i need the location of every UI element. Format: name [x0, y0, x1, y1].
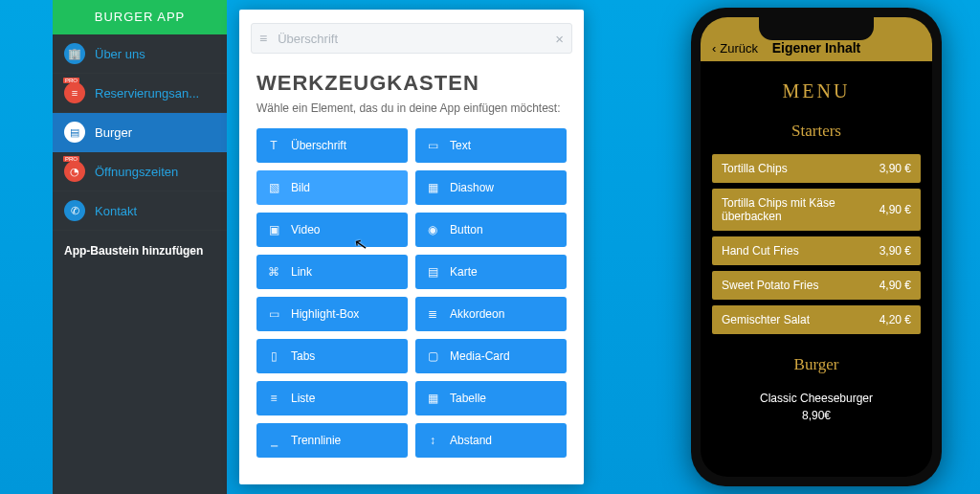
tool-label: Text: [450, 139, 471, 152]
link-tool-icon: ⌘: [266, 265, 281, 279]
list-icon: ≡: [64, 82, 85, 103]
pro-badge: PRO: [63, 78, 79, 83]
tool-label: Abstand: [450, 434, 492, 447]
tool-label: Video: [291, 223, 320, 236]
sidebar-item-label: Öffnungszeiten: [95, 165, 178, 179]
tool-label: Bild: [291, 181, 310, 194]
button-tool-icon: ◉: [425, 223, 440, 236]
tool-grid: TÜberschrift ▭Text ▧Bild ▦Diashow ▣Video…: [256, 128, 567, 458]
video-tool-icon: ▣: [266, 223, 281, 236]
menu-item-name: Tortilla Chips: [722, 162, 788, 175]
tool-label: Überschrift: [291, 139, 346, 152]
editor-panel: ≡ Überschrift × WERKZEUGKASTEN Wähle ein…: [239, 10, 584, 484]
tool-tabs[interactable]: ▯Tabs: [256, 339, 408, 373]
tool-image[interactable]: ▧Bild: [256, 170, 408, 205]
divider-tool-icon: ⎯: [266, 434, 281, 447]
tool-label: Akkordeon: [450, 307, 504, 321]
sidebar-item-label: Burger: [95, 125, 132, 140]
tool-heading[interactable]: TÜberschrift: [256, 128, 408, 163]
menu-section-heading: Starters: [712, 122, 921, 141]
highlight-tool-icon: ▭: [266, 307, 281, 321]
menu-item-name: Gemischter Salat: [722, 313, 810, 326]
tool-label: Karte: [450, 265, 478, 279]
tool-video[interactable]: ▣Video: [256, 213, 408, 247]
tool-label: Liste: [291, 392, 315, 405]
heading-tool-icon: T: [266, 139, 281, 152]
phone-content: MENU Starters Tortilla Chips3,90 € Torti…: [701, 61, 932, 434]
page-icon: ▤: [64, 122, 85, 143]
menu-item[interactable]: Gemischter Salat4,20 €: [712, 305, 921, 334]
mediacard-tool-icon: ▢: [425, 349, 440, 363]
sidebar-item-contact[interactable]: ✆ Kontakt: [53, 191, 227, 231]
menu-plain-item: Classic Cheeseburger 8,90€: [712, 390, 921, 424]
tool-label: Button: [450, 223, 483, 236]
sidebar-item-label: Reservierungsan...: [95, 86, 199, 101]
menu-item[interactable]: Tortilla Chips3,90 €: [712, 154, 921, 183]
slideshow-tool-icon: ▦: [425, 181, 440, 194]
tool-link[interactable]: ⌘Link: [256, 255, 408, 289]
toolbox-subtitle: Wähle ein Element, das du in deine App e…: [256, 101, 567, 115]
sidebar: BURGER APP 🏢 Über uns PRO ≡ Reservierung…: [53, 0, 227, 494]
building-icon: 🏢: [64, 43, 85, 64]
image-tool-icon: ▧: [266, 181, 281, 194]
add-module-button[interactable]: App-Baustein hinzufügen: [53, 231, 227, 271]
tool-divider[interactable]: ⎯Trennlinie: [256, 423, 408, 458]
menu-item-name: Tortilla Chips mit Käse überbacken: [722, 196, 872, 223]
menu-item[interactable]: Sweet Potato Fries4,90 €: [712, 271, 921, 300]
menu-item-price: 4,90 €: [880, 203, 911, 216]
menu-item-price: 8,90€: [712, 407, 921, 424]
list-tool-icon: ≡: [266, 392, 281, 405]
tool-map[interactable]: ▤Karte: [415, 255, 567, 289]
heading-block-stub[interactable]: ≡ Überschrift ×: [251, 23, 572, 54]
sidebar-item-label: Über uns: [95, 47, 145, 61]
sidebar-item-burger[interactable]: ▤ Burger: [53, 113, 227, 152]
tool-text[interactable]: ▭Text: [415, 128, 567, 163]
phone-notch: [759, 17, 874, 40]
tool-spacer[interactable]: ↕Abstand: [415, 423, 567, 458]
tool-highlight[interactable]: ▭Highlight-Box: [256, 297, 408, 331]
tool-list[interactable]: ≡Liste: [256, 381, 408, 415]
map-tool-icon: ▤: [425, 265, 440, 279]
accordion-tool-icon: ≣: [425, 307, 440, 321]
phone-page-title: Eigener Inhalt: [701, 40, 932, 56]
tool-table[interactable]: ▦Tabelle: [415, 381, 567, 415]
tool-label: Highlight-Box: [291, 307, 359, 321]
pro-badge: PRO: [63, 156, 79, 162]
sidebar-item-hours[interactable]: PRO ◔ Öffnungszeiten: [53, 152, 227, 191]
menu-list-starters: Tortilla Chips3,90 € Tortilla Chips mit …: [712, 154, 921, 334]
menu-item[interactable]: Tortilla Chips mit Käse überbacken4,90 €: [712, 189, 921, 231]
tool-accordion[interactable]: ≣Akkordeon: [415, 297, 567, 331]
heading-block-placeholder: Überschrift: [278, 32, 338, 46]
sidebar-item-about[interactable]: 🏢 Über uns: [53, 34, 227, 74]
table-tool-icon: ▦: [425, 392, 440, 405]
menu-section-heading: Burger: [712, 355, 921, 374]
sidebar-item-reservations[interactable]: PRO ≡ Reservierungsan...: [53, 74, 227, 113]
menu-item[interactable]: Hand Cut Fries3,90 €: [712, 236, 921, 265]
close-icon[interactable]: ×: [555, 31, 564, 47]
menu-item-name: Classic Cheeseburger: [712, 390, 921, 407]
menu-item-name: Sweet Potato Fries: [722, 279, 818, 292]
tool-label: Tabelle: [450, 392, 486, 405]
toolbox-title: WERKZEUGKASTEN: [256, 71, 567, 96]
menu-item-price: 3,90 €: [880, 244, 911, 258]
clock-icon: ◔: [64, 161, 85, 182]
menu-item-price: 3,90 €: [880, 162, 911, 175]
tool-mediacard[interactable]: ▢Media-Card: [415, 339, 567, 373]
tool-label: Media-Card: [450, 349, 510, 363]
sidebar-item-label: Kontakt: [95, 204, 137, 218]
menu-item-price: 4,20 €: [880, 313, 911, 326]
tool-slideshow[interactable]: ▦Diashow: [415, 170, 567, 205]
phone-screen: ‹ Zurück Eigener Inhalt MENU Starters To…: [701, 17, 932, 477]
menu-item-name: Hand Cut Fries: [722, 244, 799, 258]
tool-button[interactable]: ◉Button: [415, 213, 567, 247]
tool-label: Trennlinie: [291, 434, 341, 447]
tool-label: Link: [291, 265, 312, 279]
drag-handle-icon[interactable]: ≡: [259, 31, 266, 46]
phone-icon: ✆: [64, 200, 85, 221]
phone-frame: ‹ Zurück Eigener Inhalt MENU Starters To…: [691, 8, 942, 486]
tabs-tool-icon: ▯: [266, 349, 281, 363]
app-name-header: BURGER APP: [53, 0, 227, 34]
menu-item-price: 4,90 €: [880, 279, 911, 292]
tool-label: Tabs: [291, 349, 315, 363]
text-tool-icon: ▭: [425, 139, 440, 152]
